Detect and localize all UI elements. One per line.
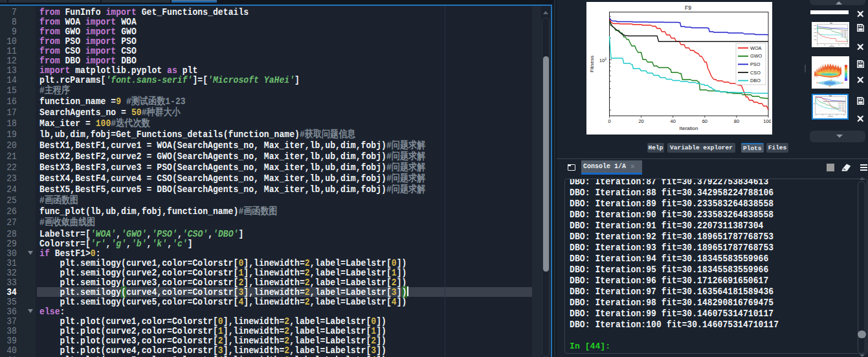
svg-text:100: 100 xyxy=(763,118,771,124)
svg-text:60: 60 xyxy=(702,118,707,124)
svg-text:0: 0 xyxy=(608,118,610,124)
svg-text:CSO: CSO xyxy=(750,70,761,76)
svg-text:DBO: DBO xyxy=(750,78,761,83)
svg-text:Iteration: Iteration xyxy=(680,125,698,131)
svg-text:GWO: GWO xyxy=(750,53,762,59)
svg-text:40: 40 xyxy=(671,118,676,124)
svg-text:WOA: WOA xyxy=(750,45,762,51)
svg-text:20: 20 xyxy=(638,118,643,124)
svg-text:F9: F9 xyxy=(685,5,691,11)
svg-text:Fitness: Fitness xyxy=(589,56,595,72)
svg-text:80: 80 xyxy=(734,118,739,124)
svg-text:PSO: PSO xyxy=(750,61,761,67)
